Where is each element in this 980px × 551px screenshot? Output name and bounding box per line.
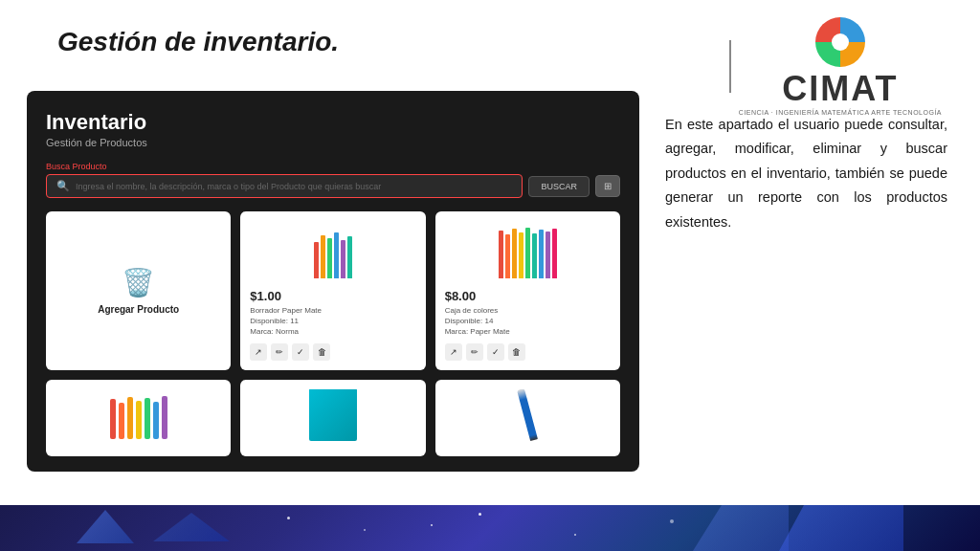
search-bar: 🔍 Ingresa el nombre, la descripción, mar… (46, 174, 620, 198)
product-1-view-btn[interactable]: ↗ (250, 343, 267, 361)
grid-view-button[interactable]: ⊞ (595, 175, 620, 197)
product-1-detail: Borrador Paper MateDisponible: 11Marca: … (250, 305, 322, 338)
product-1-actions: ↗ ✏ ✓ 🗑 (250, 343, 330, 361)
search-label: Busca Producto (46, 162, 620, 171)
inventory-title: Inventario (46, 110, 620, 135)
product-2-check-btn[interactable]: ✓ (487, 343, 504, 361)
cimat-logo: CIMAT CIENCIA · INGENIERÍA MATEMÁTICA AR… (739, 17, 942, 116)
add-product-card[interactable]: 🗑️ Agregar Producto (46, 211, 231, 370)
bar-shape-1 (693, 505, 789, 551)
product-card-b2 (240, 380, 425, 456)
star-6 (431, 524, 433, 526)
pen-icon (517, 389, 538, 441)
star-1 (287, 517, 290, 519)
search-icon: 🔍 (56, 180, 70, 192)
product-card-2: $8.00 Caja de coloresDisponible: 14Marca… (435, 211, 620, 370)
star-2 (364, 529, 366, 531)
product-b3-image (445, 389, 611, 441)
product-1-price: $1.00 (250, 289, 281, 303)
page-title: Gestión de inventario. (57, 27, 339, 57)
product-2-view-btn[interactable]: ↗ (445, 343, 462, 361)
product-2-delete-btn[interactable]: 🗑 (508, 343, 525, 361)
product-grid: 🗑️ Agregar Producto $1.00 Borrador Paper… (46, 211, 620, 456)
add-icon: 🗑️ (122, 267, 155, 298)
logo-area: CIMAT CIENCIA · INGENIERÍA MATEMÁTICA AR… (729, 17, 942, 116)
star-3 (479, 513, 481, 516)
product-b2-image (250, 389, 415, 441)
inventory-panel: Inventario Gestión de Productos Busca Pr… (27, 91, 639, 472)
product-1-image (250, 221, 415, 283)
bar-shape-2 (779, 505, 903, 551)
bottom-bar (0, 505, 980, 551)
notebook-icon (309, 389, 357, 441)
product-2-actions: ↗ ✏ ✓ 🗑 (445, 343, 525, 361)
product-1-check-btn[interactable]: ✓ (292, 343, 309, 361)
search-placeholder-text: Ingresa el nombre, la descripción, marca… (76, 182, 512, 191)
product-card-b3 (435, 380, 620, 456)
product-b1-image (56, 389, 221, 441)
star-4 (574, 534, 576, 536)
product-card-b1 (46, 380, 231, 456)
product-card-1: $1.00 Borrador Paper MateDisponible: 11M… (240, 211, 425, 370)
search-input-wrap[interactable]: 🔍 Ingresa el nombre, la descripción, mar… (46, 174, 523, 198)
description-area: En este apartado el usuario puede consul… (665, 113, 947, 234)
search-button[interactable]: BUSCAR (528, 176, 590, 197)
product-2-edit-btn[interactable]: ✏ (466, 343, 483, 361)
logo-divider (729, 40, 731, 93)
add-product-label: Agregar Producto (98, 304, 179, 315)
logo-icon (815, 17, 865, 67)
product-2-detail: Caja de coloresDisponible: 14Marca: Pape… (445, 305, 510, 338)
star-5 (670, 519, 674, 523)
inventory-subtitle: Gestión de Productos (46, 137, 620, 148)
product-2-image (445, 221, 611, 283)
product-2-price: $8.00 (445, 289, 477, 303)
product-1-edit-btn[interactable]: ✏ (271, 343, 288, 361)
logo-text: CIMAT (782, 69, 898, 109)
product-1-delete-btn[interactable]: 🗑 (313, 343, 330, 361)
